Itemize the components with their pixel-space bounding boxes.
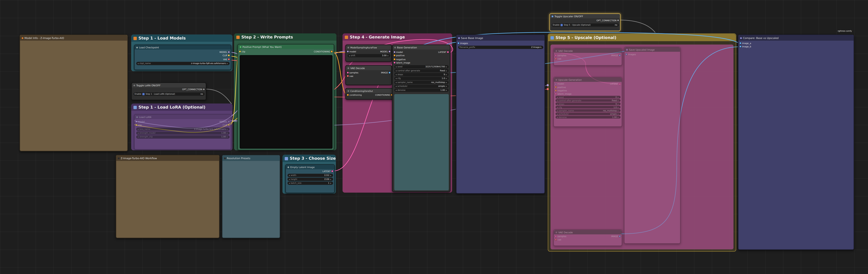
right-arrow-icon[interactable]: ▶ — [227, 132, 228, 134]
left-arrow-icon[interactable]: ◀ — [557, 113, 558, 115]
input-slot[interactable]: negative — [393, 57, 411, 61]
input-slot[interactable]: model — [346, 50, 357, 53]
input-slot[interactable]: clip — [238, 50, 246, 53]
right-arrow-icon[interactable]: ▶ — [618, 116, 619, 118]
node-load-lora[interactable]: Load LoRA modelclip MODELCLIP ◀lora_name… — [134, 114, 231, 150]
slot-dot-icon[interactable] — [394, 62, 395, 63]
right-arrow-icon[interactable]: ▶ — [227, 128, 228, 130]
sampler-widget[interactable]: ◀seed0▶ — [555, 96, 620, 99]
node-note-workflow[interactable]: Z-Image-Turbo-AIO Workflow — [116, 155, 220, 238]
node-header[interactable]: Compare: Base vs Upscaled — [739, 35, 854, 41]
compare-preview-area[interactable] — [739, 49, 854, 249]
node-header[interactable]: Empty Latent Image — [286, 165, 334, 169]
input-slot[interactable]: clip — [134, 124, 146, 127]
slot-dot-icon[interactable] — [347, 72, 349, 73]
node-status-dot[interactable] — [133, 84, 135, 86]
slot-dot-icon[interactable] — [555, 90, 557, 91]
slot-dot-icon[interactable] — [619, 83, 621, 85]
slot-dot-icon[interactable] — [228, 55, 230, 56]
right-arrow-icon[interactable]: ▶ — [618, 106, 619, 108]
left-arrow-icon[interactable]: ◀ — [137, 136, 138, 138]
input-slot[interactable]: images — [457, 41, 469, 45]
output-slot[interactable]: MODEL — [218, 120, 231, 124]
node-positive-prompt[interactable]: Positive Prompt (What You Want) clip CON… — [237, 44, 334, 150]
node-status-dot[interactable] — [347, 67, 349, 69]
sampler-widget[interactable]: ◀sampler_nameres_multistep▶ — [394, 81, 448, 84]
node-save-upscaled-image[interactable]: Save Upscaled Image images — [624, 47, 681, 244]
node-status-dot[interactable] — [556, 50, 557, 52]
right-arrow-icon[interactable]: ▶ — [618, 109, 619, 112]
right-arrow-icon[interactable]: ▶ — [446, 81, 447, 83]
node-model-sampling-auraflow[interactable]: ModelSamplingAuraFlow model MODEL ◀shift… — [345, 45, 392, 62]
slot-dot-icon[interactable] — [619, 54, 621, 56]
left-arrow-icon[interactable]: ◀ — [557, 116, 558, 118]
slot-dot-icon[interactable] — [555, 54, 557, 56]
right-arrow-icon[interactable]: ▶ — [330, 182, 331, 184]
left-arrow-icon[interactable]: ◀ — [557, 103, 558, 105]
left-arrow-icon[interactable]: ◀ — [395, 70, 397, 72]
node-header[interactable]: VAE Decode — [554, 230, 622, 235]
right-arrow-icon[interactable]: ▶ — [618, 100, 619, 102]
input-slot[interactable]: samples — [554, 235, 567, 238]
node-status-dot[interactable] — [240, 46, 241, 48]
output-slot[interactable]: CONDITIONING — [374, 93, 394, 97]
right-arrow-icon[interactable]: ▶ — [446, 70, 447, 72]
node-header[interactable]: ConditioningZeroOut — [346, 88, 394, 93]
toggle-value[interactable]: no — [200, 93, 203, 95]
slot-dot-icon[interactable] — [555, 236, 557, 237]
sampler-widget[interactable]: ◀control after generatefixed▶ — [394, 69, 448, 72]
node-header[interactable]: Load LoRA — [134, 115, 231, 119]
slot-dot-icon[interactable] — [555, 83, 557, 85]
left-arrow-icon[interactable]: ◀ — [289, 178, 290, 180]
right-arrow-icon[interactable]: ▶ — [446, 66, 447, 68]
output-slot[interactable]: MODEL — [379, 50, 392, 53]
combo-widget[interactable]: ◀ckpt_namez-image-turbo-fp8-aio.safetens… — [136, 62, 229, 65]
slot-dot-icon[interactable] — [458, 42, 459, 44]
right-arrow-icon[interactable]: ▶ — [446, 74, 447, 76]
sampler-widget[interactable]: ◀seed322571293641700▶ — [394, 65, 448, 68]
input-slot[interactable]: conditioning — [346, 93, 363, 97]
slot-dot-icon[interactable] — [389, 72, 390, 73]
input-slot[interactable]: images — [624, 52, 637, 56]
sampler-widget[interactable]: ◀control after generatefixed▶ — [555, 99, 620, 102]
input-slot[interactable]: positive — [554, 86, 572, 89]
sampler-widget[interactable]: ◀steps9▶ — [555, 103, 620, 105]
node-status-dot[interactable] — [136, 47, 138, 48]
slot-dot-icon[interactable] — [394, 51, 395, 53]
node-header[interactable]: Base Generation — [393, 45, 450, 50]
left-arrow-icon[interactable]: ◀ — [395, 81, 397, 83]
output-slot[interactable]: LATENT — [437, 50, 450, 54]
toggle-value[interactable]: no — [615, 24, 617, 26]
node-header[interactable]: Toggle LoRA ON/OFF — [132, 83, 206, 87]
left-arrow-icon[interactable]: ◀ — [395, 77, 397, 80]
slot-dot-icon[interactable] — [555, 93, 557, 94]
output-slot[interactable]: OPT_CONNECTION — [595, 19, 620, 22]
text-widget[interactable]: filename_prefixZ-Image-L — [458, 46, 543, 49]
right-arrow-icon[interactable]: ▶ — [446, 77, 447, 80]
slot-dot-icon[interactable] — [347, 51, 349, 52]
input-slot[interactable]: latent_image — [393, 61, 411, 64]
right-arrow-icon[interactable]: ▶ — [330, 178, 331, 180]
right-arrow-icon[interactable]: ▶ — [227, 62, 228, 64]
output-slot[interactable]: IMAGE — [380, 71, 392, 74]
input-slot[interactable]: vae — [346, 74, 360, 78]
right-arrow-icon[interactable]: ▶ — [446, 85, 447, 87]
slot-dot-icon[interactable] — [394, 55, 395, 56]
left-arrow-icon[interactable]: ◀ — [395, 66, 397, 68]
slot-dot-icon[interactable] — [555, 58, 557, 60]
input-slot[interactable]: samples — [346, 71, 360, 74]
slot-dot-icon[interactable] — [203, 89, 205, 90]
node-header[interactable]: Resolution Presets — [222, 155, 280, 161]
slot-dot-icon[interactable] — [136, 121, 137, 122]
output-slot[interactable]: IMAGE — [610, 53, 622, 57]
slot-dot-icon[interactable] — [331, 51, 333, 52]
number-widget[interactable]: ◀shift3.00▶ — [347, 54, 390, 57]
group-toggle-row[interactable]: Enable Step 1 - Load LoRA (Optional) no — [133, 92, 204, 96]
slot-dot-icon[interactable] — [228, 51, 230, 53]
input-slot[interactable]: samples — [554, 53, 567, 57]
node-header[interactable]: VAE Decode — [346, 66, 391, 70]
node-status-dot[interactable] — [552, 15, 553, 17]
combo-widget[interactable]: ◀strength_model1.00▶ — [136, 131, 229, 135]
node-save-base-image[interactable]: Save Base Image images filename_prefixZ-… — [456, 34, 545, 194]
slot-dot-icon[interactable] — [347, 94, 349, 96]
